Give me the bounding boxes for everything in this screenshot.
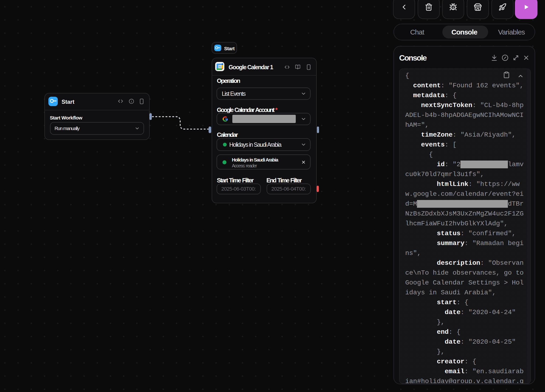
svg-text:31: 31 bbox=[218, 65, 221, 68]
